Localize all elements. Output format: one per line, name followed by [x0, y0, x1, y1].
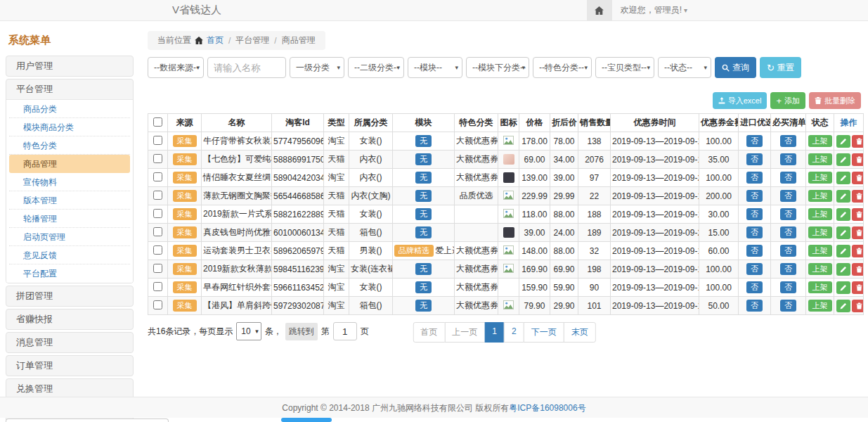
edit-button[interactable] — [836, 135, 850, 148]
status-badge[interactable]: 上架 — [808, 226, 832, 238]
row-checkbox[interactable] — [153, 245, 162, 255]
imported-toggle-badge[interactable]: 否 — [746, 190, 763, 202]
icp-link[interactable]: 粤ICP备16098006号 — [509, 403, 585, 413]
per-page-select[interactable]: 10▾ — [236, 322, 261, 340]
must-buy-toggle-badge[interactable]: 否 — [780, 281, 796, 293]
filter-select-module[interactable]: --模块--▾ — [408, 57, 462, 78]
sidebar-item-group-buy-mgmt[interactable]: 拼团管理 — [6, 286, 133, 306]
jump-button[interactable]: 跳转到 — [285, 323, 318, 340]
sidebar-item-message-mgmt[interactable]: 消息管理 — [6, 333, 133, 352]
filter-select-feature-category[interactable]: --特色分类--▾ — [533, 57, 592, 78]
edit-button[interactable] — [836, 281, 850, 294]
sidebar-subitem-feedback[interactable]: 意见反馈 — [9, 246, 130, 264]
sidebar-item-platform-mgmt[interactable]: 平台管理 — [6, 79, 133, 99]
horizontal-scrollbar-thumb[interactable] — [281, 418, 332, 422]
imported-toggle-badge[interactable]: 否 — [746, 226, 763, 238]
edit-button[interactable] — [836, 208, 850, 221]
status-badge[interactable]: 上架 — [808, 190, 832, 202]
edit-button[interactable] — [836, 153, 850, 166]
delete-button[interactable] — [852, 300, 864, 312]
imported-toggle-badge[interactable]: 否 — [746, 263, 763, 275]
filter-select-item-type[interactable]: --宝贝类型--▾ — [595, 57, 654, 78]
must-buy-toggle-badge[interactable]: 否 — [780, 263, 796, 275]
delete-button[interactable] — [852, 153, 864, 166]
filter-input-name[interactable] — [207, 57, 286, 78]
row-checkbox[interactable] — [153, 227, 162, 236]
must-buy-toggle-badge[interactable]: 否 — [780, 172, 796, 184]
status-badge[interactable]: 上架 — [808, 263, 832, 275]
edit-button[interactable] — [836, 245, 850, 257]
sidebar-subitem-carousel-mgmt[interactable]: 轮播管理 — [9, 210, 130, 228]
sidebar-subitem-splash-mgmt[interactable]: 启动页管理 — [9, 228, 130, 246]
pager-page-2[interactable]: 2 — [504, 322, 524, 343]
sidebar-subitem-module-goods-category[interactable]: 模块商品分类 — [9, 118, 130, 136]
imported-toggle-badge[interactable]: 否 — [746, 208, 763, 220]
pager-prev[interactable]: 上一页 — [444, 322, 485, 343]
user-menu[interactable]: 欢迎您，管理员!▾ — [612, 4, 696, 16]
filter-select-data-source[interactable]: --数据来源--▾ — [148, 57, 204, 78]
edit-button[interactable] — [836, 300, 850, 312]
row-checkbox[interactable] — [153, 300, 162, 309]
sidebar-subitem-promo-material[interactable]: 宣传物料 — [9, 173, 130, 191]
reset-button[interactable]: ↻ 重置 — [760, 57, 801, 78]
imported-toggle-badge[interactable]: 否 — [746, 172, 763, 184]
edit-button[interactable] — [836, 172, 850, 184]
home-button[interactable] — [587, 0, 612, 21]
pager-next[interactable]: 下一页 — [524, 322, 564, 343]
must-buy-toggle-badge[interactable]: 否 — [780, 300, 796, 312]
status-badge[interactable]: 上架 — [808, 208, 832, 220]
row-checkbox[interactable] — [153, 264, 162, 273]
delete-button[interactable] — [852, 226, 864, 239]
status-badge[interactable]: 上架 — [808, 135, 832, 147]
must-buy-toggle-badge[interactable]: 否 — [780, 135, 796, 147]
status-badge[interactable]: 上架 — [808, 245, 832, 257]
sidebar-item-exchange-mgmt[interactable]: 兑换管理 — [6, 379, 133, 399]
select-all-checkbox[interactable] — [153, 117, 162, 127]
batch-delete-button[interactable]: 批量删除 — [809, 92, 861, 109]
import-excel-button[interactable]: 导入excel — [713, 92, 767, 109]
must-buy-toggle-badge[interactable]: 否 — [780, 190, 796, 202]
delete-button[interactable] — [852, 172, 864, 184]
add-button[interactable]: + 添加 — [770, 92, 805, 109]
imported-toggle-badge[interactable]: 否 — [746, 281, 763, 293]
filter-select-level2-category[interactable]: --二级分类--▾ — [348, 57, 404, 78]
delete-button[interactable] — [852, 208, 864, 221]
imported-toggle-badge[interactable]: 否 — [746, 135, 763, 147]
row-checkbox[interactable] — [153, 191, 162, 200]
search-button[interactable]: 查询 — [715, 57, 756, 78]
jump-page-input[interactable] — [333, 322, 357, 340]
imported-toggle-badge[interactable]: 否 — [746, 300, 763, 312]
delete-button[interactable] — [852, 281, 864, 294]
delete-button[interactable] — [852, 135, 864, 148]
sidebar-item-order-mgmt[interactable]: 订单管理 — [6, 356, 133, 376]
must-buy-toggle-badge[interactable]: 否 — [780, 153, 796, 165]
filter-select-level1-category[interactable]: 一级分类▾ — [290, 57, 344, 78]
edit-button[interactable] — [836, 263, 850, 276]
status-badge[interactable]: 上架 — [808, 153, 832, 165]
imported-toggle-badge[interactable]: 否 — [746, 153, 763, 165]
row-checkbox[interactable] — [153, 282, 162, 291]
sidebar-subitem-version-mgmt[interactable]: 版本管理 — [9, 191, 130, 210]
must-buy-toggle-badge[interactable]: 否 — [780, 208, 796, 220]
filter-select-status[interactable]: --状态--▾ — [658, 57, 711, 78]
edit-button[interactable] — [836, 190, 850, 203]
delete-button[interactable] — [852, 190, 864, 203]
sidebar-subitem-goods-mgmt[interactable]: 商品管理 — [9, 155, 130, 173]
pager-last[interactable]: 末页 — [564, 322, 596, 343]
delete-button[interactable] — [852, 245, 864, 257]
row-checkbox[interactable] — [153, 172, 162, 181]
status-badge[interactable]: 上架 — [808, 300, 832, 312]
row-checkbox[interactable] — [153, 136, 162, 145]
must-buy-toggle-badge[interactable]: 否 — [780, 245, 796, 257]
must-buy-toggle-badge[interactable]: 否 — [780, 226, 796, 238]
sidebar-item-saving-news[interactable]: 省赚快报 — [6, 309, 133, 329]
row-checkbox[interactable] — [153, 154, 162, 163]
delete-button[interactable] — [852, 263, 864, 276]
sidebar-subitem-platform-config[interactable]: 平台配置 — [9, 264, 130, 283]
imported-toggle-badge[interactable]: 否 — [746, 245, 763, 257]
pager-first[interactable]: 首页 — [413, 322, 445, 343]
status-badge[interactable]: 上架 — [808, 172, 832, 184]
filter-select-module-sub-category[interactable]: --模块下分类--▾ — [466, 57, 529, 78]
sidebar-subitem-goods-category[interactable]: 商品分类 — [9, 100, 130, 118]
sidebar-subitem-feature-category[interactable]: 特色分类 — [9, 136, 130, 155]
